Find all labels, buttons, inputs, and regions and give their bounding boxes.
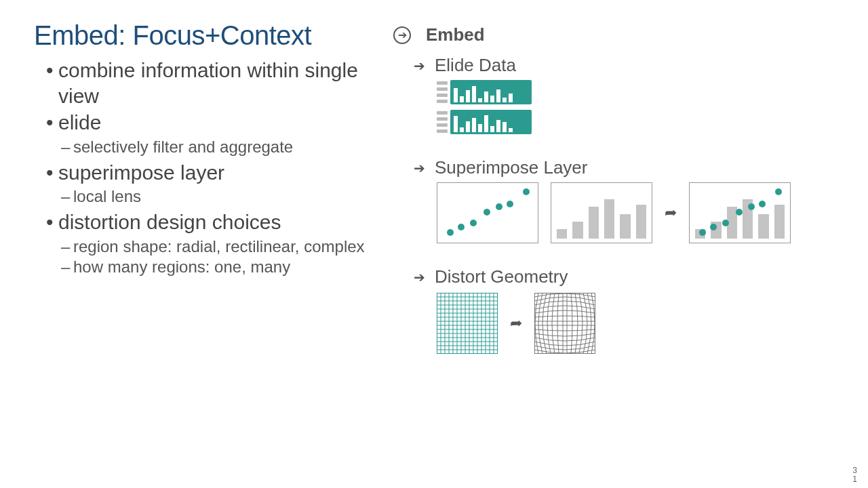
elide-stub-icon bbox=[437, 80, 448, 104]
embed-heading: Embed bbox=[426, 24, 485, 45]
bullet-list: combine information within single view e… bbox=[34, 58, 373, 277]
section-superimpose: ➔ Superimpose Layer bbox=[414, 157, 841, 243]
arrow-icon: ➔ bbox=[414, 59, 425, 73]
scatter-card bbox=[437, 182, 538, 243]
sub-region-shape: region shape: radial, rectilinear, compl… bbox=[61, 237, 373, 257]
slide-number: 3 1 bbox=[852, 466, 857, 484]
elide-row-2 bbox=[437, 110, 841, 134]
slide-title: Embed: Focus+Context bbox=[34, 20, 373, 51]
share-arrow-icon: ➦ bbox=[665, 204, 677, 222]
circled-arrow-icon: ➔ bbox=[393, 26, 411, 44]
columns: Embed: Focus+Context combine information… bbox=[34, 20, 841, 354]
elide-graphic bbox=[437, 80, 841, 134]
bullet-combine: combine information within single view bbox=[46, 58, 373, 108]
share-arrow-icon: ➦ bbox=[510, 314, 522, 332]
elide-card-2 bbox=[450, 110, 532, 134]
svg-rect-29 bbox=[535, 293, 595, 354]
footer-line-2: 1 bbox=[852, 475, 857, 484]
distort-graphic: ➦ bbox=[437, 293, 841, 354]
elide-stub-icon bbox=[437, 110, 448, 134]
distorted-grid-icon bbox=[534, 293, 595, 354]
sub-filter: selectively filter and aggregate bbox=[61, 137, 373, 157]
section-super-head: ➔ Superimpose Layer bbox=[414, 157, 841, 178]
arrow-icon: ➔ bbox=[414, 270, 425, 284]
section-elide-label: Elide Data bbox=[435, 55, 516, 76]
footer-line-1: 3 bbox=[852, 466, 857, 475]
sub-list-distort: region shape: radial, rectilinear, compl… bbox=[46, 237, 373, 277]
embed-heading-row: ➔ Embed bbox=[393, 24, 841, 45]
section-super-label: Superimpose Layer bbox=[435, 157, 587, 178]
bar-chart-icon bbox=[557, 190, 646, 239]
arrow-icon: ➔ bbox=[414, 161, 425, 175]
sub-list-super: local lens bbox=[46, 186, 373, 207]
svg-rect-0 bbox=[437, 293, 498, 354]
bullet-elide: elide bbox=[46, 110, 373, 136]
right-column: ➔ Embed ➔ Elide Data bbox=[393, 20, 841, 354]
bar-card bbox=[551, 182, 652, 243]
section-distort-head: ➔ Distort Geometry bbox=[414, 266, 841, 287]
slide: Embed: Focus+Context combine information… bbox=[0, 0, 868, 488]
section-distort: ➔ Distort Geometry ➦ bbox=[414, 266, 841, 354]
left-column: Embed: Focus+Context combine information… bbox=[34, 20, 373, 354]
bullet-superimpose: superimpose layer bbox=[46, 160, 373, 186]
superimpose-graphic: ➦ bbox=[437, 182, 841, 243]
elide-row-1 bbox=[437, 80, 841, 104]
section-elide: ➔ Elide Data bbox=[414, 55, 841, 134]
elide-card-1 bbox=[450, 80, 532, 104]
sub-region-count: how many regions: one, many bbox=[61, 257, 373, 277]
section-distort-label: Distort Geometry bbox=[435, 266, 568, 287]
combo-card bbox=[689, 182, 791, 243]
bullet-distortion: distortion design choices bbox=[46, 209, 373, 235]
sub-list-elide: selectively filter and aggregate bbox=[46, 137, 373, 157]
section-elide-head: ➔ Elide Data bbox=[414, 55, 841, 76]
sub-lens: local lens bbox=[61, 186, 373, 207]
uniform-grid-icon bbox=[437, 293, 498, 354]
